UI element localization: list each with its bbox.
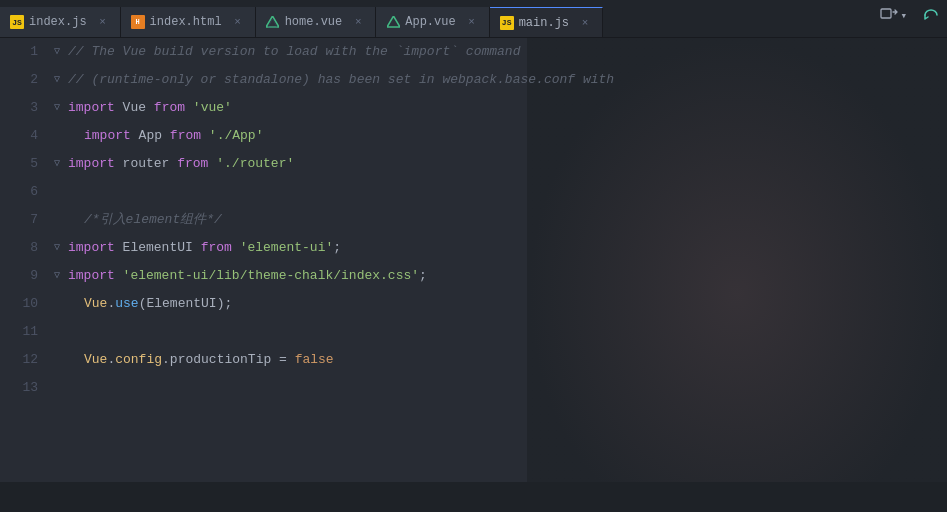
js-icon: JS <box>500 16 514 30</box>
line-num-13: 13 <box>0 374 50 402</box>
line-num-5: 5 <box>0 150 50 178</box>
dropdown-arrow: ▾ <box>900 9 907 22</box>
code-line-3: ▽import Vue from 'vue' <box>54 94 947 122</box>
svg-marker-1 <box>266 16 279 27</box>
tab-app-vue[interactable]: App.vue × <box>376 7 489 37</box>
code-line-13 <box>54 374 947 402</box>
code-line-6 <box>54 178 947 206</box>
editor-area: 1 2 3 4 5 6 7 8 9 10 11 12 13 ▽// The Vu… <box>0 38 947 482</box>
back-arrow-button[interactable] <box>915 4 947 26</box>
fold-icon-8[interactable]: ▽ <box>54 234 66 262</box>
tab-close-home-vue[interactable]: × <box>351 15 365 29</box>
fold-icon-3[interactable]: ▽ <box>54 94 66 122</box>
line-num-3: 3 <box>0 94 50 122</box>
tab-main-js[interactable]: JS main.js × <box>490 7 603 37</box>
vue-icon <box>386 15 400 29</box>
editor-content: 1 2 3 4 5 6 7 8 9 10 11 12 13 ▽// The Vu… <box>0 38 947 482</box>
tab-close-app-vue[interactable]: × <box>465 15 479 29</box>
line-num-11: 11 <box>0 318 50 346</box>
tab-label: main.js <box>519 16 569 30</box>
fold-icon-11 <box>54 318 66 346</box>
fold-icon-10 <box>54 290 66 318</box>
tab-label: App.vue <box>405 15 455 29</box>
code-line-8: ▽import ElementUI from 'element-ui'; <box>54 234 947 262</box>
tab-index-js[interactable]: JS index.js × <box>0 7 121 37</box>
line-num-9: 9 <box>0 262 50 290</box>
line-num-4: 4 <box>0 122 50 150</box>
svg-rect-0 <box>881 9 891 18</box>
user-icon-button[interactable]: ▾ <box>872 4 915 26</box>
tab-label: index.html <box>150 15 222 29</box>
code-line-7: /*引入element组件*/ <box>54 206 947 234</box>
fold-icon-5[interactable]: ▽ <box>54 150 66 178</box>
js-icon: JS <box>10 15 24 29</box>
html-icon: H <box>131 15 145 29</box>
code-line-1: ▽// The Vue build version to load with t… <box>54 38 947 66</box>
code-line-4: import App from './App' <box>54 122 947 150</box>
fold-icon-6 <box>54 178 66 206</box>
code-line-2: ▽// (runtime-only or standalone) has bee… <box>54 66 947 94</box>
code-line-9: ▽import 'element-ui/lib/theme-chalk/inde… <box>54 262 947 290</box>
line-num-7: 7 <box>0 206 50 234</box>
vue-icon <box>266 15 280 29</box>
fold-icon-12 <box>54 346 66 374</box>
line-num-1: 1 <box>0 38 50 66</box>
tab-home-vue[interactable]: home.vue × <box>256 7 377 37</box>
fold-icon-4 <box>54 122 66 150</box>
line-num-12: 12 <box>0 346 50 374</box>
fold-icon-9[interactable]: ▽ <box>54 262 66 290</box>
code-area[interactable]: ▽// The Vue build version to load with t… <box>50 38 947 482</box>
line-num-10: 10 <box>0 290 50 318</box>
tab-index-html[interactable]: H index.html × <box>121 7 256 37</box>
code-line-12: Vue.config.productionTip = false <box>54 346 947 374</box>
fold-icon-1[interactable]: ▽ <box>54 38 66 66</box>
fold-icon-13 <box>54 374 66 402</box>
line-num-8: 8 <box>0 234 50 262</box>
svg-marker-3 <box>387 16 400 27</box>
line-numbers-gutter: 1 2 3 4 5 6 7 8 9 10 11 12 13 <box>0 38 50 482</box>
fold-icon-7 <box>54 206 66 234</box>
tab-close-main-js[interactable]: × <box>578 16 592 30</box>
code-line-10: Vue.use(ElementUI); <box>54 290 947 318</box>
code-line-11 <box>54 318 947 346</box>
tab-close-index-js[interactable]: × <box>96 15 110 29</box>
fold-icon-2[interactable]: ▽ <box>54 66 66 94</box>
code-line-5: ▽import router from './router' <box>54 150 947 178</box>
line-num-6: 6 <box>0 178 50 206</box>
tab-label: home.vue <box>285 15 343 29</box>
corner-buttons: ▾ <box>872 0 947 30</box>
line-num-2: 2 <box>0 66 50 94</box>
tab-bar: JS index.js × H index.html × home.vue × … <box>0 0 947 38</box>
tab-close-index-html[interactable]: × <box>231 15 245 29</box>
tab-label: index.js <box>29 15 87 29</box>
